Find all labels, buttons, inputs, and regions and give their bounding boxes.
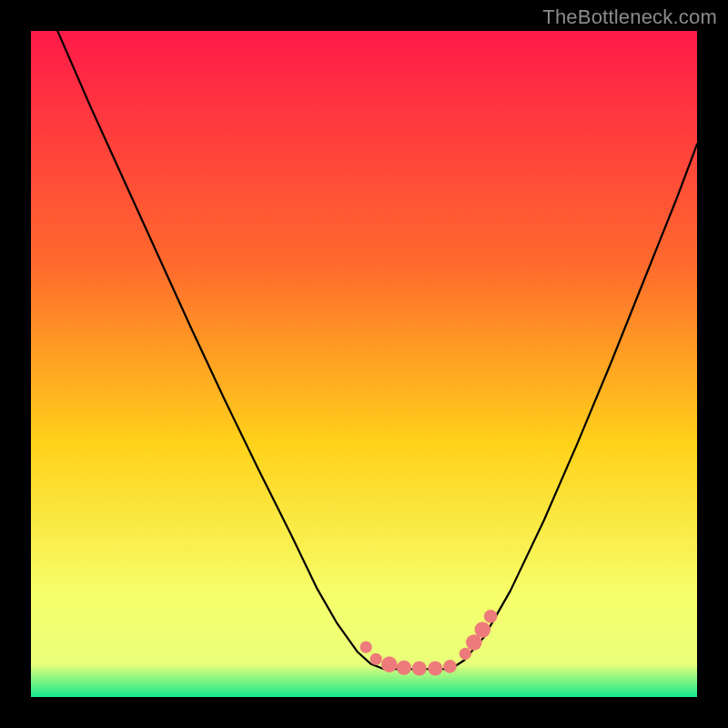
valley-marker bbox=[475, 622, 491, 638]
valley-marker bbox=[428, 661, 442, 675]
chart-frame: TheBottleneck.com bbox=[0, 0, 728, 728]
valley-marker bbox=[443, 660, 457, 673]
valley-marker bbox=[370, 653, 382, 665]
valley-marker bbox=[381, 656, 398, 672]
valley-marker bbox=[397, 661, 411, 675]
plot-area bbox=[31, 31, 697, 697]
watermark-text: TheBottleneck.com bbox=[542, 5, 717, 29]
valley-marker bbox=[412, 661, 427, 675]
gradient-background bbox=[31, 31, 697, 697]
valley-marker bbox=[484, 610, 498, 623]
valley-marker bbox=[360, 642, 372, 653]
chart-svg bbox=[31, 31, 697, 697]
valley-marker bbox=[460, 648, 471, 660]
